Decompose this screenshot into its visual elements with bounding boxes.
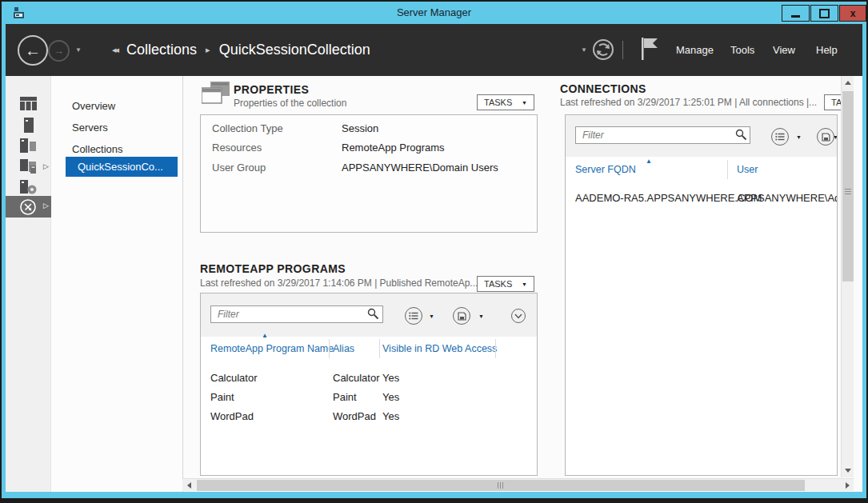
tasks-caret-icon: ▼ <box>522 281 527 287</box>
scroll-down-button[interactable] <box>842 464 854 477</box>
breadcrumb-back-chevrons-icon: ◂◂ <box>112 45 118 55</box>
scroll-down-icon <box>845 469 851 473</box>
save-caret-icon[interactable]: ▼ <box>833 134 838 140</box>
scroll-grip-icon <box>498 482 504 489</box>
close-button[interactable]: x <box>839 5 866 22</box>
subnav-item-servers[interactable]: Servers <box>72 122 108 134</box>
local-server-icon <box>24 118 34 133</box>
history-dropdown-caret-icon[interactable]: ▼ <box>75 46 82 54</box>
column-divider <box>727 160 728 179</box>
breadcrumb: ◂◂ Collections ▸ QuickSessionCollection <box>112 24 370 76</box>
properties-icon <box>202 82 230 109</box>
cell-visible: Yes <box>382 391 399 403</box>
notifications-flag-button[interactable] <box>638 36 659 65</box>
cell-alias: Paint <box>333 391 357 403</box>
chevron-down-icon <box>514 313 522 319</box>
menu-help[interactable]: Help <box>816 24 838 76</box>
column-header-server-fqdn[interactable]: Server FQDN <box>575 164 636 175</box>
scroll-right-button[interactable] <box>841 479 854 492</box>
vertical-scrollbar[interactable] <box>841 76 854 477</box>
dashboard-icon <box>20 97 37 110</box>
scroll-grip-icon <box>845 189 851 195</box>
remoteapp-tasks-button[interactable]: TASKS ▼ <box>477 276 534 292</box>
tasks-caret-icon: ▼ <box>522 100 527 106</box>
menu-manage[interactable]: Manage <box>676 24 714 76</box>
navigation-bar: ← → ▼ ◂◂ Collections ▸ QuickSessionColle… <box>6 24 862 76</box>
server-manager-window: Server Manager x ← → ▼ ◂◂ Collections ▸ … <box>0 0 868 503</box>
sidebar-item-remote-desktop-services-selected[interactable]: ▷ <box>6 196 51 218</box>
properties-title: PROPERTIES <box>234 83 309 96</box>
menu-view[interactable]: View <box>773 24 795 76</box>
all-servers-icon <box>20 138 37 153</box>
minimize-button[interactable] <box>782 5 810 22</box>
connections-tasks-button[interactable]: TASKS ▼ <box>824 94 841 110</box>
column-header-visible-rd-web[interactable]: Visible in RD Web Access <box>382 343 497 354</box>
connections-list-view-button[interactable] <box>771 128 789 146</box>
save-icon <box>822 133 830 142</box>
expand-file-storage-icon[interactable]: ▷ <box>43 162 49 170</box>
properties-tasks-button[interactable]: TASKS ▼ <box>477 94 534 110</box>
cell-visible: Yes <box>382 372 399 384</box>
close-icon: x <box>850 9 856 18</box>
role-icon-strip: ▷ ▷ <box>6 76 51 492</box>
column-header-remoteapp-program-name[interactable]: RemoteApp Program Name <box>210 343 334 354</box>
horizontal-scrollbar[interactable] <box>182 478 854 491</box>
scroll-up-button[interactable] <box>842 76 854 89</box>
refresh-button[interactable] <box>592 38 614 64</box>
remoteapp-title: REMOTEAPP PROGRAMS <box>200 262 346 275</box>
subnav-item-collections[interactable]: Collections <box>72 143 123 155</box>
back-button[interactable]: ← <box>18 35 48 66</box>
column-header-user[interactable]: User <box>737 164 758 175</box>
sidebar-item-file-and-storage-services[interactable] <box>20 159 38 178</box>
breadcrumb-collections[interactable]: Collections <box>126 42 197 58</box>
window-frame-right <box>862 24 866 498</box>
minimize-icon <box>791 15 800 18</box>
property-value: Session <box>342 122 378 134</box>
connections-save-button[interactable] <box>817 128 834 146</box>
save-caret-icon[interactable]: ▼ <box>478 313 484 319</box>
connections-filter-input[interactable] <box>575 126 750 144</box>
column-header-alias[interactable]: Alias <box>333 343 354 354</box>
cell-user: APPSANYWHERE\Adminis <box>737 192 838 204</box>
subnav-item-overview[interactable]: Overview <box>72 100 115 112</box>
cell-program-name: Calculator <box>210 372 258 384</box>
column-divider <box>495 339 496 358</box>
expand-rds-icon[interactable]: ▷ <box>43 202 49 210</box>
cell-alias: WordPad <box>333 410 376 422</box>
property-label: User Group <box>212 162 266 174</box>
flag-icon <box>638 36 659 62</box>
remoteapp-list-view-button[interactable] <box>405 307 422 325</box>
connections-tasks-clip: TASKS ▼ <box>824 94 841 110</box>
sidebar-item-all-servers[interactable] <box>20 138 37 156</box>
window-title: Server Manager <box>2 2 866 24</box>
maximize-icon <box>819 9 830 18</box>
breadcrumb-separator-icon: ▸ <box>206 45 210 55</box>
vertical-scroll-thumb[interactable] <box>842 91 854 281</box>
list-icon <box>409 312 418 320</box>
remoteapp-panel: ▼ ▼ ▲ RemoteApp Program Name Alias Visib… <box>200 293 538 476</box>
connections-title: CONNECTIONS <box>560 82 646 95</box>
list-view-caret-icon[interactable]: ▼ <box>429 313 434 319</box>
properties-subtitle: Properties of the collection <box>234 98 346 109</box>
remoteapp-collapse-button[interactable] <box>511 309 526 323</box>
sidebar-item-local-server[interactable] <box>24 118 34 136</box>
back-arrow-icon: ← <box>25 42 41 60</box>
property-value: APPSANYWHERE\Domain Users <box>342 162 498 174</box>
rds-subnav: Overview Servers Collections QuickSessio… <box>51 76 183 492</box>
connections-panel: ▼ ▼ ▲ Server FQDN User AADEMO-RA5.APPSAN… <box>565 114 838 476</box>
horizontal-scroll-thumb[interactable] <box>197 480 805 491</box>
scroll-left-button[interactable] <box>182 479 195 492</box>
remoteapp-filter-input[interactable] <box>210 305 383 323</box>
column-divider <box>379 339 380 358</box>
refresh-dropdown-caret-icon[interactable]: ▼ <box>581 46 587 54</box>
cell-visible: Yes <box>382 410 399 422</box>
remoteapp-save-button[interactable] <box>453 307 470 325</box>
subnav-item-quicksessioncollection-selected[interactable]: QuickSessionCo... <box>66 157 178 177</box>
cell-program-name: WordPad <box>210 410 254 422</box>
forward-button[interactable]: → <box>48 40 70 62</box>
menu-tools[interactable]: Tools <box>730 24 754 76</box>
sidebar-item-dashboard[interactable] <box>20 97 37 114</box>
list-view-caret-icon[interactable]: ▼ <box>796 134 802 140</box>
maximize-button[interactable] <box>810 5 838 22</box>
scroll-left-icon <box>187 482 191 489</box>
